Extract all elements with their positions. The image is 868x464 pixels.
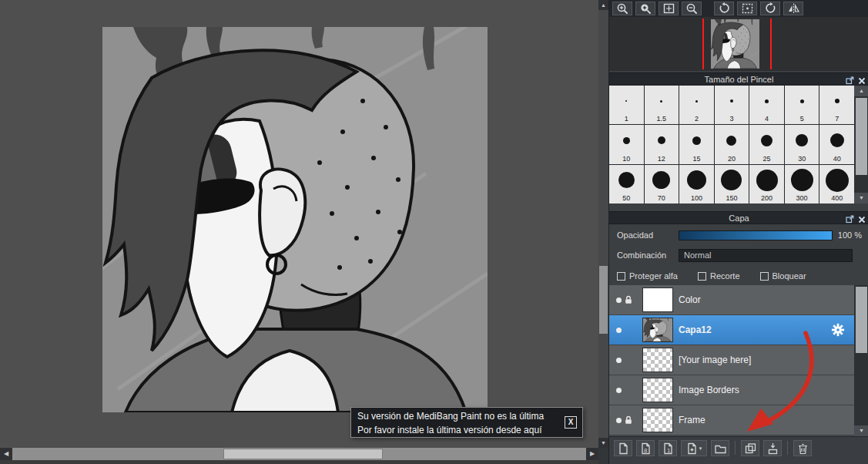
brush-size-50[interactable]: 50 <box>609 165 644 203</box>
brush-size-150[interactable]: 150 <box>715 165 749 203</box>
layer-thumbnail <box>642 348 673 372</box>
brush-size-100[interactable]: 100 <box>679 165 714 203</box>
brush-size-label: 100 <box>679 194 714 202</box>
layer-name: Color <box>679 294 701 305</box>
layer-visibility-indicator[interactable] <box>616 388 622 393</box>
brush-size-300[interactable]: 300 <box>785 165 819 203</box>
vertical-scroll-thumb[interactable] <box>599 266 608 334</box>
toolbar-separator <box>787 441 788 455</box>
merge-down-layer-button[interactable] <box>763 440 782 456</box>
zoom-in-icon[interactable] <box>612 2 632 15</box>
brush-dot <box>756 170 778 191</box>
canvas-artwork[interactable] <box>102 27 488 412</box>
new-layer-button[interactable] <box>614 440 632 456</box>
checkbox-label: Recorte <box>710 271 740 281</box>
brush-size-1[interactable]: 1 <box>609 86 644 124</box>
scroll-down-icon[interactable]: ▼ <box>598 438 608 448</box>
brush-dot <box>826 169 849 192</box>
brush-dot <box>695 100 698 103</box>
navigator-preview[interactable] <box>609 17 868 71</box>
scroll-right-icon[interactable]: ▶ <box>586 448 598 460</box>
checkbox-proteger-alfa[interactable]: Proteger alfa <box>617 271 678 281</box>
new-8bit-layer-button[interactable]: 8 <box>636 440 655 456</box>
new-1bit-layer-button[interactable]: 1 <box>659 440 677 456</box>
brush-dot <box>835 99 840 103</box>
layer-row-your-image-here[interactable]: [Your image here] <box>609 345 854 375</box>
blend-mode-select[interactable]: Normal <box>679 249 853 262</box>
layer-scroll-thumb[interactable] <box>856 287 867 353</box>
checkbox-bloquear[interactable]: Bloquear <box>760 271 806 281</box>
layer-thumbnail <box>642 318 673 342</box>
scroll-down-icon[interactable]: ▼ <box>854 425 868 436</box>
layer-settings-gear-icon[interactable] <box>831 323 845 340</box>
update-notification: Su versión de MediBang Paint no es la úl… <box>350 407 583 438</box>
brush-size-label: 400 <box>819 194 854 202</box>
brush-scroll-thumb[interactable] <box>856 98 867 175</box>
delete-layer-button[interactable] <box>793 440 812 456</box>
zoom-out-icon[interactable] <box>682 2 702 15</box>
layer-panel-scrollbar[interactable]: ▼ <box>854 285 868 436</box>
brush-size-5[interactable]: 5 <box>785 86 819 124</box>
layer-visibility-indicator[interactable] <box>616 328 622 333</box>
checkbox-recorte[interactable]: Recorte <box>698 271 740 281</box>
canvas-vertical-scrollbar[interactable]: ▲ ▼ <box>598 0 608 448</box>
reset-view-icon[interactable] <box>737 2 757 15</box>
canvas-area[interactable] <box>0 0 598 464</box>
flip-horizontal-icon[interactable] <box>783 2 803 15</box>
brush-size-400[interactable]: 400 <box>819 165 854 203</box>
brush-size-25[interactable]: 25 <box>749 125 784 163</box>
layer-thumbnail <box>642 408 673 432</box>
rotate-cw-icon[interactable] <box>760 2 780 15</box>
brush-size-label: 25 <box>749 155 784 163</box>
medibang-paint-window: ◀ ▶ ▲ ▼ <box>0 0 868 464</box>
checkbox-box[interactable] <box>617 272 625 281</box>
rotate-ccw-icon[interactable] <box>714 2 734 15</box>
fit-window-icon[interactable] <box>659 2 679 15</box>
brush-size-label: 1 <box>609 115 644 123</box>
svg-text:1: 1 <box>667 446 671 453</box>
brush-size-2[interactable]: 2 <box>679 86 714 124</box>
notification-close-button[interactable]: X <box>565 416 577 429</box>
scroll-left-icon[interactable]: ◀ <box>0 448 12 460</box>
navigator-toolbar <box>609 0 868 17</box>
canvas-horizontal-scrollbar[interactable]: ◀ ▶ <box>0 448 598 460</box>
duplicate-layer-button[interactable] <box>741 440 759 456</box>
layer-visibility-indicator[interactable] <box>616 358 622 363</box>
layer-row-capa12[interactable]: Capa12 <box>609 315 854 345</box>
brush-size-40[interactable]: 40 <box>819 125 854 163</box>
brush-size-7[interactable]: 7 <box>819 86 854 124</box>
checkbox-box[interactable] <box>698 272 706 281</box>
brush-size-4[interactable]: 4 <box>749 86 784 124</box>
new-folder-button[interactable] <box>711 440 729 456</box>
brush-dot <box>618 172 635 188</box>
brush-size-12[interactable]: 12 <box>645 125 679 163</box>
brush-size-30[interactable]: 30 <box>785 125 819 163</box>
layer-row-frame[interactable]: Frame <box>609 405 854 435</box>
brush-panel-title: Tamaño del Pincel <box>705 75 774 84</box>
opacity-row: Opacidad 100 % <box>609 226 868 246</box>
opacity-slider[interactable] <box>679 230 833 240</box>
scroll-down-icon[interactable]: ▼ <box>854 193 868 203</box>
layer-row-color[interactable]: Color <box>609 285 854 315</box>
zoom-step-in-icon[interactable] <box>635 2 655 15</box>
scroll-up-icon[interactable]: ▲ <box>598 0 608 10</box>
brush-size-3[interactable]: 3 <box>715 86 749 124</box>
brush-size-20[interactable]: 20 <box>715 125 749 163</box>
layer-thumbnail <box>642 287 673 312</box>
checkbox-box[interactable] <box>760 272 769 281</box>
brush-size-70[interactable]: 70 <box>645 165 679 203</box>
brush-panel-scrollbar[interactable]: ▲ ▼ <box>854 86 868 203</box>
opacity-label: Opacidad <box>617 230 653 240</box>
brush-size-1.5[interactable]: 1.5 <box>645 86 679 124</box>
scroll-up-icon[interactable]: ▲ <box>854 86 868 96</box>
brush-size-10[interactable]: 10 <box>609 125 644 163</box>
layer-visibility-indicator[interactable] <box>616 418 622 423</box>
add-layer-menu-button[interactable]: ▼ <box>681 440 707 456</box>
brush-size-200[interactable]: 200 <box>749 165 784 203</box>
horizontal-scroll-thumb[interactable] <box>223 449 383 459</box>
layer-visibility-indicator[interactable] <box>616 298 622 303</box>
checkbox-label: Proteger alfa <box>629 271 678 281</box>
window-bottom-edge <box>0 460 608 464</box>
brush-size-15[interactable]: 15 <box>679 125 714 163</box>
layer-row-image-borders[interactable]: Image Borders <box>609 375 854 405</box>
